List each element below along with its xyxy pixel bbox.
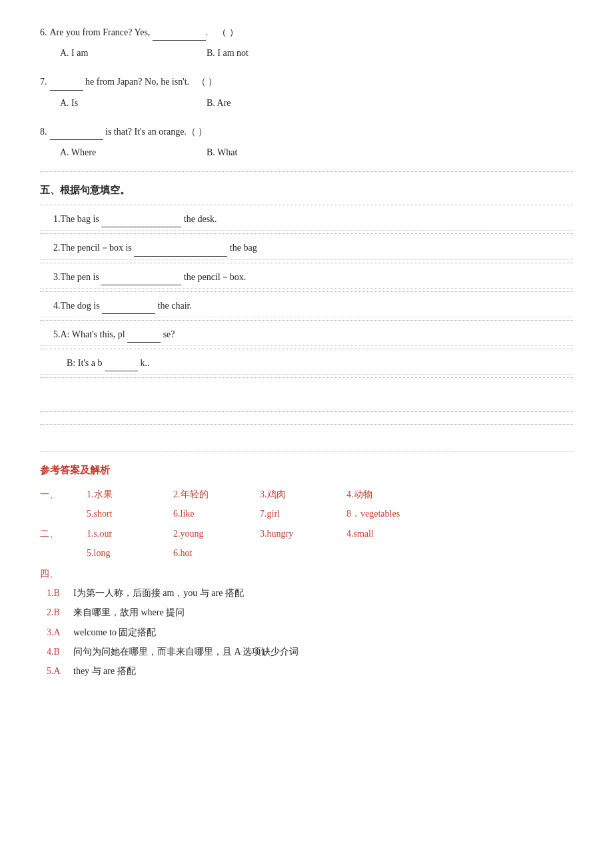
dotted-7 [40,377,573,378]
ans4-5-content: they 与 are 搭配 [73,663,573,679]
q8-blank [50,129,103,140]
dotted-9 [40,424,573,425]
ans2-3: 3.hungry [260,525,340,542]
ans4-1-num: 1.B [47,585,73,601]
question-6: 6. Are you from France? Yes, . （ ） A. I … [40,20,573,68]
fill-5a: 5.A: What's this, pl se? [40,323,573,346]
question-7-line: 7. he from Japan? No, he isn't. （ ） [40,72,573,91]
ans2-4: 4.small [346,525,426,542]
ans1-7: 7.girl [260,505,340,522]
fill4-blank [102,303,155,314]
ans4-2-content: 来自哪里，故用 where 提问 [73,604,573,621]
q6-options: A. I am B. I am not [40,45,573,61]
q8-num: 8. [40,123,47,140]
ans4-2-num: 2.B [47,604,73,621]
ans4-4-num: 4.B [47,643,73,660]
q8-options: A. Where B. What [40,144,573,161]
section4-questions: 6. Are you from France? Yes, . （ ） A. I … [40,20,573,167]
ans4-3-num: 3.A [47,624,73,641]
q7-num: 7. [40,73,47,90]
ans1-5: 5.short [87,505,167,522]
q6-text: Are you from France? Yes, . （ ） [50,24,239,41]
q7-option-b: B. Are [207,95,231,111]
dotted-1 [40,205,573,205]
dotted-2 [40,233,573,234]
ans4-5-num: 5.A [47,663,73,679]
ans1-6: 6.like [173,505,253,522]
answer-row-1a: 一、 1.水果 2.年轻的 3.鸡肉 4.动物 [40,486,573,503]
dotted-3 [40,263,573,263]
ans4-explain-3: 3.A welcome to 固定搭配 [40,624,573,641]
fill3-blank [101,275,181,285]
section5: 五、根据句意填空。 1.The bag is the desk. 2.The p… [40,181,573,378]
ans4-explain-5: 5.A they 与 are 搭配 [40,663,573,679]
ans4-1-content: I为第一人称，后面接 am，you 与 are 搭配 [73,585,573,601]
fill5b-blank [105,361,138,371]
ans1-3: 3.鸡肉 [260,486,340,503]
fill5a-blank [127,332,161,343]
dotted-8 [40,411,573,412]
question-8: 8. is that? It's an orange.（ ） A. Where … [40,119,573,167]
answer-section: 参考答案及解析 一、 1.水果 2.年轻的 3.鸡肉 4.动物 5.short … [40,451,573,679]
answer-title: 参考答案及解析 [40,461,573,479]
divider-1 [40,171,573,172]
ans2-label: 二、 [40,525,87,542]
ans2-2: 2.young [173,525,253,542]
q6-blank [153,30,206,41]
ans4-explain-2: 2.B 来自哪里，故用 where 提问 [40,604,573,621]
fill1-blank [101,217,181,227]
ans1-8: 8．vegetables [346,505,426,522]
answer-row-1b: 5.short 6.like 7.girl 8．vegetables [40,505,573,522]
fill-4: 4.The dog is the chair. [40,295,573,317]
ans4-4-content: 问句为问她在哪里，而非来自哪里，且 A 选项缺少介词 [73,643,573,660]
fill2-blank [134,246,227,257]
q8-option-a: A. Where [60,144,207,161]
ans2-1: 1.s.our [87,525,167,542]
dotted-5 [40,320,573,321]
ans1-4: 4.动物 [346,486,426,503]
fill-5b: B: It's a b k.. [40,352,573,375]
ans4-3-content: welcome to 固定搭配 [73,624,573,641]
q7-options: A. Is B. Are [40,95,573,111]
spacer [40,382,573,409]
ans2-5: 5.long [87,545,167,561]
dotted-4 [40,291,573,292]
ans2-6: 6.hot [173,545,253,561]
spacer2 [40,415,573,421]
q6-option-a: A. I am [60,45,207,61]
ans1-label: 一、 [40,486,87,503]
section5-title: 五、根据句意填空。 [40,181,573,199]
question-6-line: 6. Are you from France? Yes, . （ ） [40,23,573,42]
q7-blank [50,80,83,91]
ans1-2: 2.年轻的 [173,486,253,503]
q8-text: is that? It's an orange.（ ） [50,123,208,140]
q6-option-b: B. I am not [207,45,249,61]
fill-2: 2.The pencil－box is the bag [40,237,573,259]
question-7: 7. he from Japan? No, he isn't. （ ） A. I… [40,69,573,117]
answer-row-2a: 二、 1.s.our 2.young 3.hungry 4.small [40,525,573,542]
fill-3: 3.The pen is the pencil－box. [40,266,573,289]
ans4-explain-1: 1.B I为第一人称，后面接 am，you 与 are 搭配 [40,585,573,601]
question-8-line: 8. is that? It's an orange.（ ） [40,122,573,141]
ans4-explain-4: 4.B 问句为问她在哪里，而非来自哪里，且 A 选项缺少介词 [40,643,573,660]
fill-1: 1.The bag is the desk. [40,208,573,231]
q7-option-a: A. Is [60,95,207,111]
q7-text: he from Japan? No, he isn't. （ ） [50,73,218,90]
ans1-1: 1.水果 [87,486,167,503]
answer-row-4-header: 四、 [40,565,573,582]
answer-row-2b: 5.long 6.hot [40,545,573,561]
q8-option-b: B. What [207,144,237,161]
q6-num: 6. [40,24,47,41]
dotted-6 [40,349,573,349]
ans4-label: 四、 [40,565,87,582]
